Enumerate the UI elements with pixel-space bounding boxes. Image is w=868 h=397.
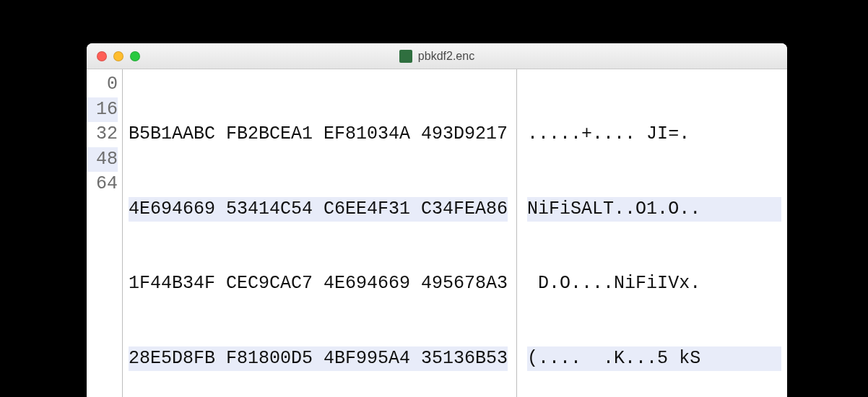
hex-editor-window: pbkdf2.enc 0 16 32 48 64 B5B1AABC FB2BCE… — [87, 43, 787, 397]
offset-cell: 64 — [87, 172, 118, 197]
offset-cell: 32 — [87, 122, 118, 147]
hex-row[interactable]: 28E5D8FB F81800D5 4BF995A4 35136B53 — [129, 346, 508, 372]
offset-cell: 48 — [87, 147, 118, 173]
hex-row[interactable]: 4E694669 53414C54 C6EE4F31 C34FEA86 — [129, 197, 508, 222]
close-icon[interactable] — [97, 51, 107, 61]
ascii-row[interactable]: NiFiSALT..O1.O.. — [527, 197, 781, 222]
hex-row[interactable]: 1F44B34F CEC9CAC7 4E694669 495678A3 — [129, 271, 508, 297]
titlebar[interactable]: pbkdf2.enc — [87, 43, 787, 69]
offset-gutter: 0 16 32 48 64 — [87, 69, 123, 397]
offset-cell: 0 — [87, 72, 118, 97]
ascii-row[interactable]: (.... .K...5 kS — [527, 346, 781, 372]
hex-view[interactable]: 0 16 32 48 64 B5B1AABC FB2BCEA1 EF81034A… — [87, 69, 787, 397]
window-controls — [97, 51, 140, 61]
ascii-row[interactable]: .....+.... JI=. — [527, 122, 781, 147]
ascii-column[interactable]: .....+.... JI=. NiFiSALT..O1.O.. D.O....… — [517, 69, 787, 397]
title-text: pbkdf2.enc — [418, 50, 474, 63]
zoom-icon[interactable] — [130, 51, 140, 61]
minimize-icon[interactable] — [113, 51, 123, 61]
hex-row[interactable]: B5B1AABC FB2BCEA1 EF81034A 493D9217 — [129, 122, 508, 147]
file-icon — [399, 50, 412, 63]
window-title: pbkdf2.enc — [87, 50, 787, 63]
hex-column[interactable]: B5B1AABC FB2BCEA1 EF81034A 493D9217 4E69… — [123, 69, 517, 397]
offset-cell: 16 — [87, 97, 118, 123]
ascii-row[interactable]: D.O....NiFiIVx. — [527, 271, 781, 297]
